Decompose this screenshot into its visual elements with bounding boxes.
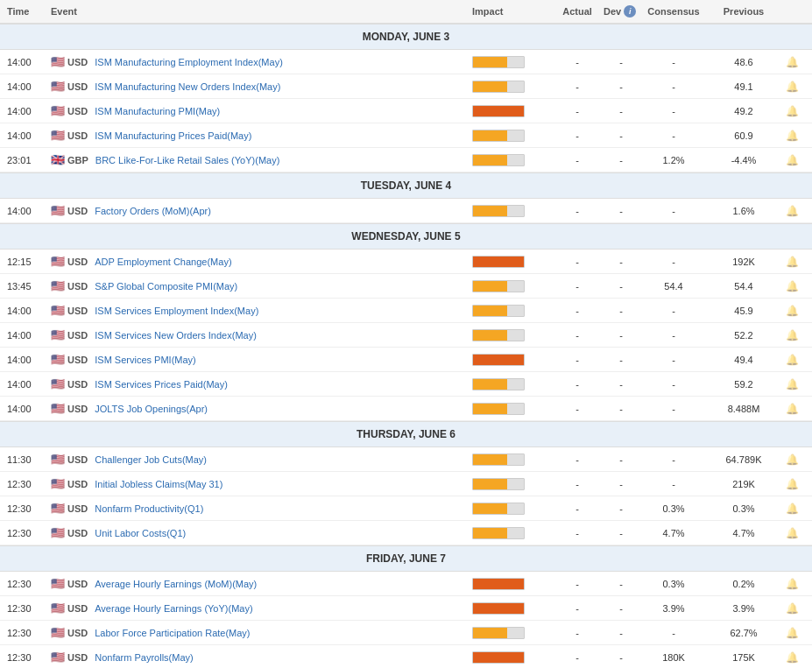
flag-icon: 🇺🇸 [51, 377, 65, 390]
table-row: 12:30🇺🇸USDAverage Hourly Earnings (MoM)(… [0, 572, 812, 596]
event-time: 14:00 [7, 355, 51, 365]
alert-bell-button[interactable]: 🔔 [779, 378, 805, 390]
impact-bar [472, 280, 525, 292]
event-dev: - [604, 57, 639, 67]
event-actual: - [551, 306, 604, 316]
alert-bell-button[interactable]: 🔔 [779, 256, 805, 268]
event-name[interactable]: Average Hourly Earnings (MoM)(May) [91, 579, 257, 589]
impact-segment [490, 479, 506, 489]
bell-icon[interactable]: 🔔 [786, 403, 799, 415]
event-name[interactable]: JOLTS Job Openings(Apr) [91, 404, 208, 414]
alert-bell-button[interactable]: 🔔 [779, 354, 805, 366]
event-previous: 1.6% [709, 206, 779, 216]
bell-icon[interactable]: 🔔 [786, 305, 799, 317]
alert-bell-button[interactable]: 🔔 [779, 329, 805, 341]
event-time: 14:00 [7, 206, 51, 216]
alert-bell-button[interactable]: 🔔 [779, 81, 805, 93]
bell-icon[interactable]: 🔔 [786, 130, 799, 142]
bell-icon[interactable]: 🔔 [786, 105, 799, 117]
currency-name-cell: 🇺🇸USDFactory Orders (MoM)(Apr) [51, 204, 472, 217]
alert-bell-button[interactable]: 🔔 [779, 651, 805, 664]
alert-bell-button[interactable]: 🔔 [779, 154, 805, 166]
bell-icon[interactable]: 🔔 [786, 56, 799, 68]
alert-bell-button[interactable]: 🔔 [779, 205, 805, 217]
event-name[interactable]: ISM Manufacturing Prices Paid(May) [91, 130, 251, 141]
alert-bell-button[interactable]: 🔔 [779, 280, 805, 292]
event-consensus: - [639, 404, 709, 414]
event-name[interactable]: ISM Manufacturing Employment Index(May) [91, 57, 283, 67]
alert-bell-button[interactable]: 🔔 [779, 527, 805, 539]
event-dev: - [604, 404, 639, 414]
event-dev: - [604, 652, 639, 663]
flag-icon: 🇺🇸 [51, 255, 65, 268]
event-name[interactable]: ISM Services Prices Paid(May) [91, 379, 228, 390]
alert-bell-button[interactable]: 🔔 [779, 602, 805, 615]
bell-icon[interactable]: 🔔 [786, 280, 799, 292]
alert-bell-button[interactable]: 🔔 [779, 478, 805, 490]
bell-icon[interactable]: 🔔 [786, 154, 799, 166]
alert-bell-button[interactable]: 🔔 [779, 627, 805, 639]
event-name[interactable]: BRC Like-For-Like Retail Sales (YoY)(May… [92, 155, 280, 165]
alert-bell-button[interactable]: 🔔 [779, 56, 805, 68]
impact-segment [490, 257, 506, 267]
event-actual: - [551, 503, 604, 514]
event-name[interactable]: Average Hourly Earnings (YoY)(May) [91, 603, 252, 614]
bell-icon[interactable]: 🔔 [786, 81, 799, 93]
currency-name-cell: 🇺🇸USDISM Manufacturing New Orders Index(… [51, 80, 472, 93]
bell-icon[interactable]: 🔔 [786, 205, 799, 217]
bell-icon[interactable]: 🔔 [786, 627, 799, 639]
bell-icon[interactable]: 🔔 [786, 478, 799, 490]
event-name[interactable]: Challenger Job Cuts(May) [91, 454, 207, 465]
alert-bell-button[interactable]: 🔔 [779, 503, 805, 515]
event-name[interactable]: Nonfarm Payrolls(May) [91, 652, 193, 663]
impact-bar [472, 378, 525, 390]
bell-icon[interactable]: 🔔 [786, 602, 799, 615]
event-time: 14:00 [7, 379, 51, 390]
event-previous: 62.7% [709, 628, 779, 638]
impact-segment [473, 479, 490, 489]
alert-bell-button[interactable]: 🔔 [779, 403, 805, 415]
event-name[interactable]: ISM Manufacturing New Orders Index(May) [91, 81, 280, 92]
event-time: 14:00 [7, 330, 51, 341]
event-name[interactable]: ISM Services Employment Index(May) [91, 306, 258, 316]
bell-icon[interactable]: 🔔 [786, 329, 799, 341]
alert-bell-button[interactable]: 🔔 [779, 305, 805, 317]
table-row: 14:00🇺🇸USDISM Manufacturing Employment I… [0, 50, 812, 74]
event-name[interactable]: Initial Jobless Claims(May 31) [91, 479, 222, 489]
event-name[interactable]: S&P Global Composite PMI(May) [91, 281, 237, 292]
event-time: 12:30 [7, 503, 51, 514]
event-dev: - [604, 206, 639, 216]
event-name[interactable]: ISM Services New Orders Index(May) [91, 330, 257, 341]
currency-name-cell: 🇺🇸USDISM Services PMI(May) [51, 353, 472, 366]
table-row: 14:00🇺🇸USDISM Manufacturing Prices Paid(… [0, 123, 812, 148]
event-name[interactable]: Labor Force Participation Rate(May) [91, 628, 250, 638]
flag-icon: 🇺🇸 [51, 204, 65, 217]
event-name[interactable]: Unit Labor Costs(Q1) [91, 528, 186, 538]
alert-bell-button[interactable]: 🔔 [779, 130, 805, 142]
event-previous: 60.9 [709, 130, 779, 141]
bell-icon[interactable]: 🔔 [786, 354, 799, 366]
event-currency: 🇺🇸USD [51, 255, 88, 268]
bell-icon[interactable]: 🔔 [786, 503, 799, 515]
alert-bell-button[interactable]: 🔔 [779, 105, 805, 117]
bell-icon[interactable]: 🔔 [786, 651, 799, 664]
event-consensus: - [639, 206, 709, 216]
event-name[interactable]: ADP Employment Change(May) [91, 257, 231, 267]
event-name[interactable]: Factory Orders (MoM)(Apr) [91, 206, 211, 216]
impact-segment [507, 57, 524, 67]
event-name[interactable]: Nonfarm Productivity(Q1) [91, 503, 203, 514]
currency-code: USD [67, 257, 88, 267]
event-name[interactable]: ISM Services PMI(May) [91, 355, 196, 365]
bell-icon[interactable]: 🔔 [786, 578, 799, 590]
currency-name-cell: 🇺🇸USDISM Manufacturing Prices Paid(May) [51, 129, 472, 142]
bell-icon[interactable]: 🔔 [786, 454, 799, 466]
dev-info-icon[interactable]: i [624, 5, 636, 18]
alert-bell-button[interactable]: 🔔 [779, 578, 805, 590]
event-time: 14:00 [7, 106, 51, 116]
bell-icon[interactable]: 🔔 [786, 527, 799, 539]
event-name[interactable]: ISM Manufacturing PMI(May) [91, 106, 220, 116]
event-consensus: 180K [639, 652, 709, 663]
alert-bell-button[interactable]: 🔔 [779, 454, 805, 466]
bell-icon[interactable]: 🔔 [786, 378, 799, 390]
bell-icon[interactable]: 🔔 [786, 256, 799, 268]
